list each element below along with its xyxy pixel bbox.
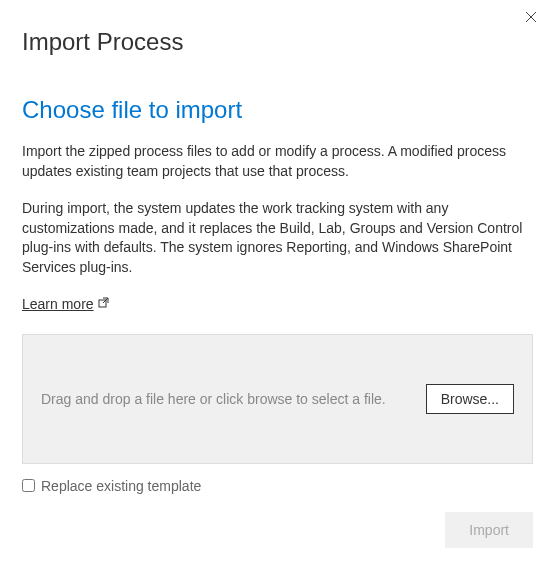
close-icon [525,9,537,27]
import-button[interactable]: Import [445,512,533,548]
learn-more-label: Learn more [22,296,94,312]
replace-template-label: Replace existing template [41,478,201,494]
dropzone-text: Drag and drop a file here or click brows… [41,391,386,407]
page-title: Import Process [22,28,533,56]
browse-button[interactable]: Browse... [426,384,514,414]
replace-template-row[interactable]: Replace existing template [22,478,533,494]
section-title: Choose file to import [22,96,533,124]
learn-more-link[interactable]: Learn more [22,296,109,312]
description-text-2: During import, the system updates the wo… [22,199,533,277]
description-text-1: Import the zipped process files to add o… [22,142,533,181]
external-link-icon [98,297,109,311]
close-button[interactable] [521,8,541,28]
file-dropzone[interactable]: Drag and drop a file here or click brows… [22,334,533,464]
replace-template-checkbox[interactable] [22,479,35,492]
